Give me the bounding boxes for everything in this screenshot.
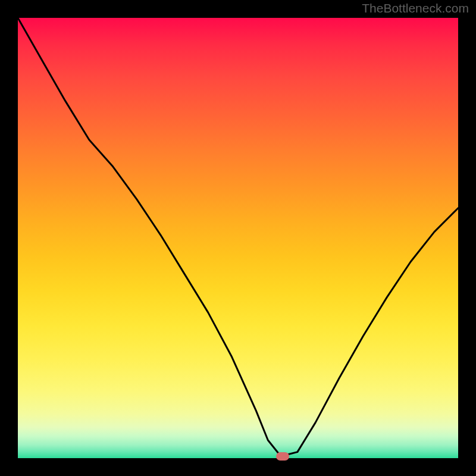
watermark-text: TheBottleneck.com [362,1,469,15]
chart-curve [18,18,458,458]
chart-plot-area [18,18,458,458]
optimum-marker [276,452,289,461]
